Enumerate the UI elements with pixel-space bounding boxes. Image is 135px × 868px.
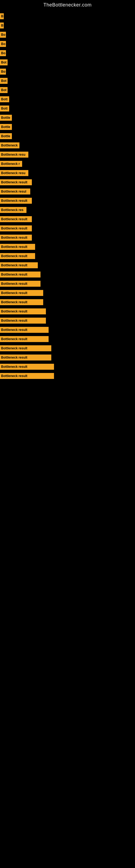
bar-label: Bottleneck result bbox=[0, 373, 54, 379]
bar-label: B bbox=[0, 23, 4, 29]
bar-row: Bottleneck result bbox=[0, 279, 135, 288]
bar-row: Bottleneck result bbox=[0, 325, 135, 335]
bar-label: Bottleneck result bbox=[0, 225, 32, 231]
bar-label: Bottleneck result bbox=[0, 290, 43, 296]
bar-row: Bottleneck result bbox=[0, 353, 135, 362]
bar-row: Bottleneck result bbox=[0, 298, 135, 307]
bar-label: Bottleneck resul bbox=[0, 188, 30, 194]
bar-row: Bottleneck result bbox=[0, 251, 135, 261]
bar-row: Bottleneck result bbox=[0, 215, 135, 224]
bar-row: B bbox=[0, 21, 135, 30]
bar-row: Bottleneck result bbox=[0, 316, 135, 325]
bar-label: Bott bbox=[0, 96, 9, 102]
bar-row: Bot bbox=[0, 86, 135, 95]
bar-row: Bottleneck result bbox=[0, 196, 135, 205]
bar-row: Bottleneck resu bbox=[0, 168, 135, 178]
bar-label: B bbox=[0, 13, 4, 19]
bar-row: Bottleneck result bbox=[0, 224, 135, 233]
bar-label: Bottle bbox=[0, 124, 12, 130]
bar-label: Bottleneck result bbox=[0, 281, 41, 287]
bar-row: Bottleneck result bbox=[0, 362, 135, 371]
bar-row: Bottleneck result bbox=[0, 178, 135, 187]
bar-label: Bottleneck res bbox=[0, 207, 27, 213]
bar-label: Bottleneck result bbox=[0, 198, 32, 204]
site-title: TheBottlenecker.com bbox=[0, 0, 135, 9]
bar-label: Bottleneck result bbox=[0, 318, 46, 323]
bar-label: Bottleneck bbox=[0, 143, 19, 148]
bar-row: Bottleneck result bbox=[0, 270, 135, 279]
bar-label: Bottleneck result bbox=[0, 336, 49, 342]
bar-row: Bo bbox=[0, 39, 135, 49]
bar-label: Bott bbox=[0, 105, 9, 112]
bar-row: Bottleneck resul bbox=[0, 187, 135, 196]
bar-row: Bottle bbox=[0, 122, 135, 131]
bar-label: Bottleneck result bbox=[0, 216, 32, 222]
bar-label: Bottleneck result bbox=[0, 244, 35, 250]
bar-row: Bott bbox=[0, 104, 135, 113]
bar-label: Bottleneck result bbox=[0, 253, 35, 259]
bar-row: Bottleneck result bbox=[0, 288, 135, 298]
bar-label: Bottle bbox=[0, 115, 12, 121]
bar-label: Bo bbox=[0, 41, 6, 47]
bar-label: Bottleneck result bbox=[0, 262, 38, 268]
bar-row: Bottleneck result bbox=[0, 371, 135, 380]
bar-row: Bottleneck r bbox=[0, 159, 135, 168]
bar-label: Bottleneck result bbox=[0, 179, 32, 185]
bar-label: Bottleneck resu bbox=[0, 152, 28, 158]
bar-row: Bottle bbox=[0, 113, 135, 122]
bar-label: Bottleneck result bbox=[0, 327, 49, 333]
bar-row: Bottleneck result bbox=[0, 242, 135, 251]
bar-label: Bottle bbox=[0, 133, 12, 139]
bar-row: Bottle bbox=[0, 131, 135, 141]
bar-row: Bottleneck result bbox=[0, 335, 135, 344]
bar-row: Bottleneck bbox=[0, 141, 135, 150]
bar-row: Bottleneck resu bbox=[0, 150, 135, 159]
bar-row: Bottleneck res bbox=[0, 205, 135, 215]
bar-label: Bottleneck result bbox=[0, 345, 51, 351]
bar-row: Bottleneck result bbox=[0, 307, 135, 316]
bar-row: Bot bbox=[0, 58, 135, 67]
bar-label: Bot bbox=[0, 87, 8, 93]
bar-label: Bottleneck resu bbox=[0, 170, 28, 176]
bar-row: Bo bbox=[0, 49, 135, 58]
bar-row: B bbox=[0, 12, 135, 21]
bar-label: Bottleneck result bbox=[0, 299, 43, 305]
bar-row: Bo bbox=[0, 30, 135, 39]
bar-label: Bo bbox=[0, 69, 6, 74]
bar-row: Bottleneck result bbox=[0, 261, 135, 270]
bar-label: Bo bbox=[0, 32, 6, 38]
bar-label: Bo bbox=[0, 50, 6, 56]
bar-label: Bottleneck result bbox=[0, 364, 54, 370]
bars-container: BBBoBoBoBotBoBotBotBottBottBottleBottleB… bbox=[0, 9, 135, 380]
bar-label: Bottleneck result bbox=[0, 308, 46, 314]
bar-label: Bot bbox=[0, 78, 8, 84]
bar-label: Bot bbox=[0, 59, 8, 65]
bar-row: Bot bbox=[0, 76, 135, 86]
bar-row: Bo bbox=[0, 67, 135, 76]
bar-row: Bottleneck result bbox=[0, 233, 135, 242]
bar-label: Bottleneck result bbox=[0, 272, 41, 278]
bar-label: Bottleneck r bbox=[0, 161, 22, 167]
bar-label: Bottleneck result bbox=[0, 235, 32, 241]
bar-row: Bottleneck result bbox=[0, 344, 135, 353]
bar-label: Bottleneck result bbox=[0, 354, 51, 361]
bar-row: Bott bbox=[0, 95, 135, 104]
